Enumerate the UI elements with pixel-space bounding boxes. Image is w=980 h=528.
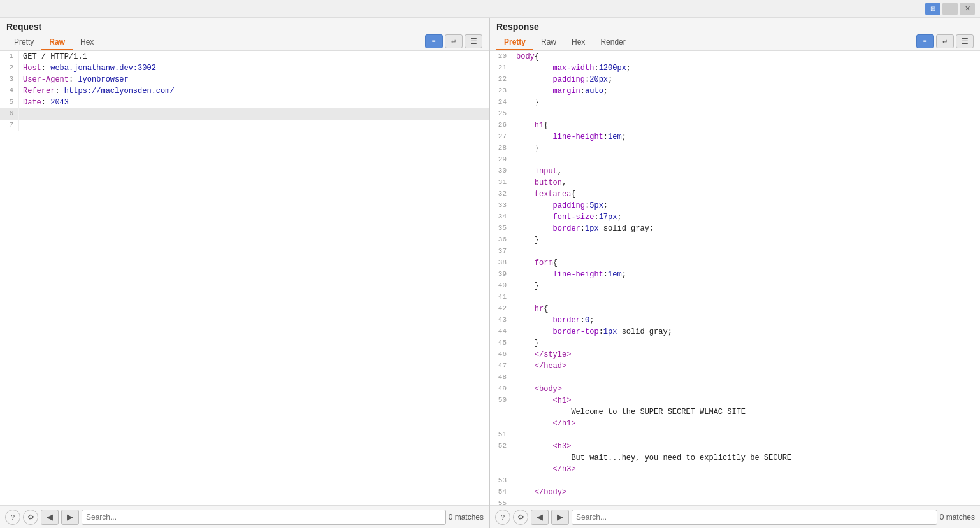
line-num: 50 [490,395,512,406]
response-prev-button[interactable]: ◀ [531,510,549,525]
request-matches-label: 0 matches [449,513,484,522]
response-wrap-button[interactable]: ↵ [936,34,954,48]
request-prev-button[interactable]: ◀ [41,510,59,525]
split-view-button[interactable]: ⊞ [925,3,940,15]
line-num: 52 [490,441,512,452]
line-num: 55 [490,498,512,505]
line-content [512,246,980,257]
line-content: font-size:17px; [512,211,980,223]
line-content: line-height:1em; [512,269,980,280]
line-content: button, [512,177,980,189]
line-content: </body> [512,487,980,498]
line-num [490,406,512,418]
line-content: hr{ [512,303,980,315]
line-num: 26 [490,120,512,131]
line-num: 4 [0,85,19,97]
line-num: 22 [490,74,512,85]
line-content: </h3> [512,464,980,475]
response-matches-label: 0 matches [940,513,975,522]
line-num: 24 [490,97,512,108]
line-num [490,464,512,475]
line-content: </head> [512,360,980,372]
line-num: 38 [490,257,512,269]
response-tab-render[interactable]: Render [593,35,633,50]
line-num: 42 [490,303,512,315]
line-content: margin:auto; [512,85,980,97]
line-content: form{ [512,257,980,269]
line-content: body{ [512,51,980,62]
line-num: 51 [490,429,512,441]
line-content: } [512,234,980,246]
response-title: Response [496,22,974,32]
request-next-button[interactable]: ▶ [61,510,79,525]
line-content [512,429,980,441]
line-content: border:1px solid gray; [512,223,980,234]
line-num: 5 [0,97,19,108]
line-content: } [512,143,980,154]
line-content [512,475,980,487]
request-tab-pretty[interactable]: Pretty [6,35,41,50]
response-tab-hex[interactable]: Hex [564,35,593,50]
response-lines-button[interactable]: ≡ [916,34,934,48]
response-next-button[interactable]: ▶ [551,510,569,525]
response-menu-button[interactable]: ☰ [956,34,974,48]
line-content: } [512,280,980,292]
response-settings-button[interactable]: ⚙ [513,510,528,525]
request-settings-button[interactable]: ⚙ [23,510,38,525]
line-num: 32 [490,189,512,200]
line-content: GET / HTTP/1.1 [19,51,489,62]
request-title: Request [6,22,482,32]
line-num: 47 [490,360,512,372]
line-num: 21 [490,62,512,74]
line-num: 46 [490,349,512,360]
line-num: 34 [490,211,512,223]
line-content: input, [512,166,980,177]
response-body: 20 body{ 21 max-width:1200px; 22 padding… [490,51,980,505]
line-num: 6 [0,108,19,120]
line-num: 39 [490,269,512,280]
line-num: 41 [490,292,512,303]
request-help-button[interactable]: ? [5,510,20,525]
line-content: But wait...hey, you need to explicitly b… [512,452,980,464]
response-help-button[interactable]: ? [495,510,510,525]
line-content: <h3> [512,441,980,452]
line-content [19,108,489,120]
response-bottom-bar: ? ⚙ ◀ ▶ 0 matches [490,505,980,528]
line-num: 3 [0,74,19,85]
request-search-input[interactable] [82,510,446,525]
request-tab-hex[interactable]: Hex [73,35,101,50]
line-content: } [512,97,980,108]
line-num: 37 [490,246,512,257]
line-content: User-Agent: lyonbrowser [19,74,489,85]
line-num [490,418,512,429]
line-num: 31 [490,177,512,189]
line-content: Date: 2043 [19,97,489,108]
line-content [512,292,980,303]
response-search-input[interactable] [572,510,937,525]
request-lines-button[interactable]: ≡ [425,34,443,48]
line-num: 48 [490,372,512,383]
close-button[interactable]: ✕ [960,3,975,15]
line-num: 28 [490,143,512,154]
line-content: <body> [512,383,980,395]
line-num: 30 [490,166,512,177]
line-content: border:0; [512,315,980,326]
request-menu-button[interactable]: ☰ [465,34,482,48]
request-tab-raw[interactable]: Raw [41,35,73,50]
response-tab-pretty[interactable]: Pretty [496,35,533,50]
line-num: 44 [490,326,512,338]
line-content: padding:5px; [512,200,980,211]
line-num: 2 [0,62,19,74]
response-tab-raw[interactable]: Raw [533,35,564,50]
request-wrap-button[interactable]: ↵ [445,34,463,48]
line-content: <h1> [512,395,980,406]
line-num: 1 [0,51,19,62]
line-num: 7 [0,120,19,131]
line-content: </h1> [512,418,980,429]
line-num: 20 [490,51,512,62]
line-num: 36 [490,234,512,246]
request-body: 1 GET / HTTP/1.1 2 Host: weba.jonathanw.… [0,51,489,505]
line-num: 35 [490,223,512,234]
minimize-button[interactable]: — [942,3,958,15]
line-num: 33 [490,200,512,211]
